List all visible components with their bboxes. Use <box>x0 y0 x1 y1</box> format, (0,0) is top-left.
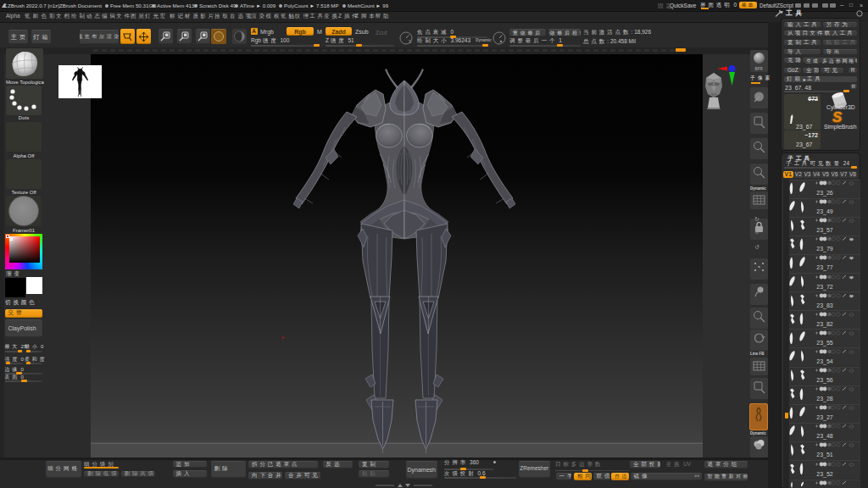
svg-text:BPR: BPR <box>754 67 763 71</box>
